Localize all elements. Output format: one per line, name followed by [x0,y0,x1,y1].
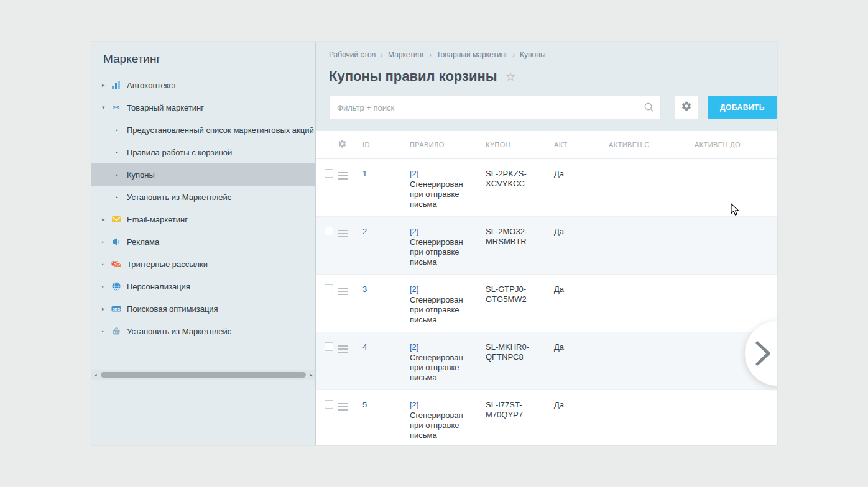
rule-text: Сгенерирован при отправке письма [410,180,474,209]
scroll-right-icon[interactable]: ▸ [307,372,315,378]
row-actions-menu-icon[interactable] [338,175,348,176]
active-from-cell [608,332,694,389]
collapse-arrow-icon[interactable]: ▾ [102,104,111,111]
sidebar-item-label: Правила работы с корзиной [127,148,232,157]
sidebar-item-label: Установить из Маркетплейс [127,327,231,336]
table-row: 1 [2]Сгенерирован при отправке письма SL… [316,158,777,216]
rule-count-link[interactable]: [2] [410,400,418,409]
toolbar: ДОБАВИТЬ [329,96,777,119]
row-checkbox[interactable] [325,400,333,409]
sidebar-item-label: Автоконтекст [127,81,177,90]
row-actions-menu-icon[interactable] [338,233,348,234]
sidebar-item-seo[interactable]: ▸ SEO Поисковая оптимизация [91,298,315,320]
header-active[interactable]: АКТ. [553,131,608,158]
breadcrumb-link-desktop[interactable]: Рабочий стол [329,50,376,59]
sidebar-horizontal-scrollbar[interactable]: ◂ ▸ [91,370,315,380]
select-all-checkbox[interactable] [325,140,333,148]
sidebar-item-coupons[interactable]: ▪ Купоны [91,163,315,186]
autocontext-icon [111,80,122,90]
email-marketing-icon [111,214,122,224]
coupon-code: SL-2PKZS-XCVYKCC [485,158,553,216]
header-rule[interactable]: ПРАВИЛО [409,131,485,158]
active-flag: Да [553,158,608,216]
filter-search-input[interactable] [330,96,660,119]
header-coupon[interactable]: КУПОН [485,131,553,158]
row-id-link[interactable]: 2 [362,227,367,236]
row-actions-menu-icon[interactable] [338,406,348,407]
rule-text: Сгенерирован при отправке письма [410,353,474,383]
row-id-link[interactable]: 3 [362,284,367,294]
bullet-icon: ▪ [102,329,111,334]
page-title-row: Купоны правил корзины ☆ [329,68,777,84]
scissors-icon: ✂ [111,102,122,112]
coupon-code: SL-I77ST-M70QYP7 [485,389,553,445]
active-to-cell [694,389,777,445]
settings-button[interactable] [675,96,698,119]
header-id[interactable]: ID [362,131,409,158]
sidebar-item-label: Персонализация [127,282,190,291]
rule-text: Сгенерирован при отправке письма [410,411,474,440]
filter-search-box [329,96,661,119]
rule-count-link[interactable]: [2] [410,169,418,178]
scroll-left-icon[interactable]: ◂ [91,372,99,378]
row-actions-menu-icon[interactable] [338,348,348,350]
sidebar-item-cart-rules[interactable]: ▪ Правила работы с корзиной [91,141,315,163]
columns-gear-icon[interactable] [338,142,347,150]
header-active-from[interactable]: АКТИВЕН С [608,131,694,158]
expand-arrow-icon[interactable]: ▸ [102,82,111,88]
breadcrumb-link-product-marketing[interactable]: Товарный маркетинг [436,50,507,59]
bullet-icon: ▪ [116,172,120,178]
sidebar-item-advertising[interactable]: ▪ Реклама [91,230,315,253]
header-active-to[interactable]: АКТИВЕН ДО [694,131,777,158]
row-id-link[interactable]: 4 [362,342,367,352]
row-checkbox[interactable] [325,284,333,293]
sidebar-item-autocontext[interactable]: ▸ Автоконтекст [91,74,315,96]
sidebar-item-label: Установить из Маркетплейс [127,193,231,202]
sidebar-item-product-marketing[interactable]: ▾ ✂ Товарный маркетинг [91,96,315,119]
sidebar-item-install-marketplace-child[interactable]: ▪ Установить из Маркетплейс [91,186,315,208]
marketplace-basket-icon [111,326,122,336]
sidebar-item-email-marketing[interactable]: ▸ Email-маркетинг [91,208,315,230]
sidebar-item-personalization[interactable]: ▪ Персонализация [91,275,315,298]
megaphone-icon [111,237,122,247]
sidebar-item-preset-promo-list[interactable]: ▪ Предустановленный список маркетинговых… [91,119,315,141]
row-checkbox[interactable] [325,227,333,235]
grid-settings-header[interactable] [337,131,362,158]
sidebar-item-label: Купоны [127,170,155,180]
active-flag: Да [553,216,608,274]
breadcrumb: Рабочий стол›Маркетинг›Товарный маркетин… [316,42,777,59]
active-flag: Да [553,332,608,389]
coupon-code: SL-MKHR0-QFTNPC8 [485,332,553,389]
row-actions-menu-icon[interactable] [338,291,348,292]
breadcrumb-link-marketing[interactable]: Маркетинг [388,50,424,59]
chevron-right-icon [754,340,772,367]
sidebar-item-trigger-mailings[interactable]: ▪ Триггерные рассылки [91,253,315,275]
add-button[interactable]: ДОБАВИТЬ [708,96,777,119]
sidebar-item-label: Товарный маркетинг [127,103,204,112]
table-header-row: ID ПРАВИЛО КУПОН АКТ. АКТИВЕН С АКТИВЕН … [316,131,777,158]
bullet-icon: ▪ [116,194,120,200]
coupon-code: SL-2MO32-MRSMBTR [485,216,553,274]
rule-text: Сгенерирован при отправке письма [410,237,474,267]
search-icon[interactable] [644,102,655,116]
sidebar-item-install-marketplace[interactable]: ▪ Установить из Маркетплейс [91,320,315,342]
scrollbar-thumb[interactable] [101,372,306,378]
table-row: 4 [2]Сгенерирован при отправке письма SL… [316,332,777,389]
favorite-star-icon[interactable]: ☆ [506,71,516,83]
row-checkbox[interactable] [325,169,333,178]
expand-arrow-icon[interactable]: ▸ [102,306,111,312]
rule-count-link[interactable]: [2] [410,342,418,352]
rule-count-link[interactable]: [2] [410,284,418,294]
main-content: Рабочий стол›Маркетинг›Товарный маркетин… [316,42,777,445]
active-from-cell [608,216,694,274]
row-id-link[interactable]: 5 [362,400,367,409]
bullet-icon: ▪ [116,127,120,133]
row-checkbox[interactable] [325,342,333,351]
seo-icon: SEO [111,304,122,314]
rule-count-link[interactable]: [2] [410,227,418,236]
expand-arrow-icon[interactable]: ▸ [102,216,111,222]
active-to-cell [694,158,777,216]
breadcrumb-link-coupons[interactable]: Купоны [520,50,545,59]
row-id-link[interactable]: 1 [362,169,367,178]
sidebar-item-label: Реклама [127,237,159,247]
